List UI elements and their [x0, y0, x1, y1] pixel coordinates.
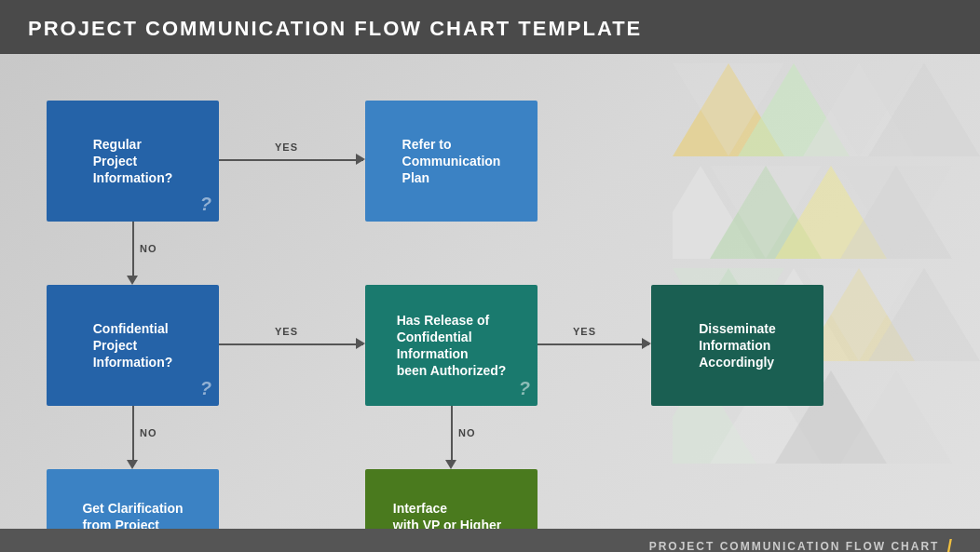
arrow-5-label: NO [140, 427, 157, 438]
arrow-3-h [219, 343, 363, 345]
arrow-2-label: NO [140, 243, 157, 254]
arrow-5-head [127, 460, 138, 469]
arrow-5-v [132, 406, 134, 466]
footer-label: PROJECT COMMUNICATION FLOW CHART [649, 540, 940, 552]
box-regular-project: Regular Project Information? ? [47, 101, 219, 222]
question-mark-4: ? [519, 376, 530, 400]
box-disseminate: Disseminate Information Accordingly [651, 285, 823, 406]
arrow-4-label: YES [573, 326, 596, 337]
arrow-6-head [445, 460, 456, 469]
question-mark-1: ? [200, 192, 211, 216]
arrow-2-v [132, 222, 134, 282]
footer-slash: / [946, 536, 952, 553]
question-mark-3: ? [200, 376, 211, 400]
arrow-6-label: NO [458, 427, 476, 438]
arrow-4-h [538, 343, 649, 345]
arrow-1-label: YES [275, 141, 298, 153]
box-refer-communication: Refer to Communication Plan [365, 101, 538, 222]
flowchart: Regular Project Information? ? YES Refer… [28, 73, 866, 501]
main-content: Regular Project Information? ? YES Refer… [0, 54, 980, 529]
arrow-6-v [451, 406, 453, 466]
arrow-1-h [219, 159, 363, 161]
arrow-1-head [356, 154, 365, 165]
arrow-4-head [642, 338, 651, 349]
footer: PROJECT COMMUNICATION FLOW CHART / [0, 529, 980, 552]
page-title: PROJECT COMMUNICATION FLOW CHART TEMPLAT… [28, 17, 952, 41]
title-bar: PROJECT COMMUNICATION FLOW CHART TEMPLAT… [0, 0, 980, 54]
box-has-release: Has Release of Confidential Information … [365, 285, 538, 406]
arrow-3-label: YES [275, 326, 298, 337]
arrow-2-head [127, 276, 138, 285]
box-confidential-project: Confidential Project Information? ? [47, 285, 219, 406]
arrow-3-head [356, 338, 365, 349]
